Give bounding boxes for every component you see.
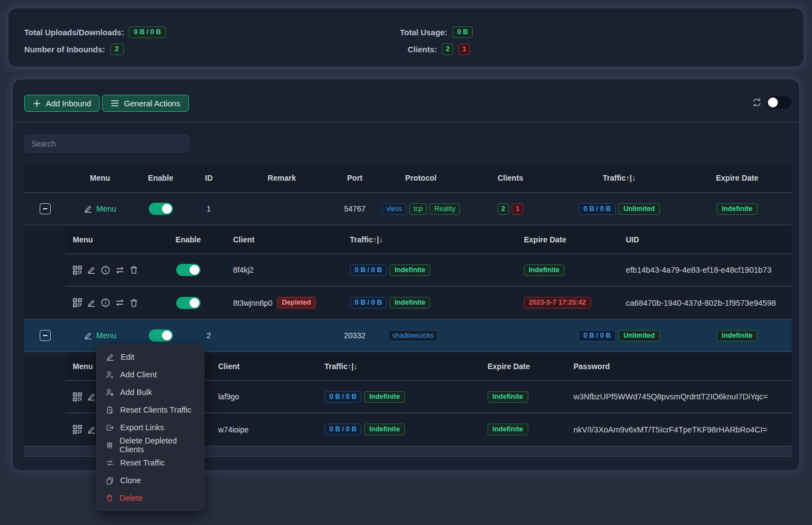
inbound-port: 20332 <box>333 320 377 351</box>
add-inbound-label: Add Inbound <box>46 99 91 108</box>
inbounds-table-header: Menu Enable ID Remark Port Protocol Clie… <box>24 163 792 193</box>
reset-icon[interactable] <box>115 266 124 275</box>
traffic-badge: 0 B / 0 B <box>324 391 361 403</box>
expire-badge: Indefinite <box>717 330 757 342</box>
inbound-menu-button[interactable]: Menu <box>84 204 116 213</box>
stat-label: Clients: <box>408 45 437 54</box>
clients-depleted-badge: 1 <box>458 44 470 55</box>
traffic-limit-badge: Unlimited <box>619 330 660 342</box>
edit-icon[interactable] <box>87 299 96 307</box>
collapse-row-button[interactable] <box>40 203 51 214</box>
menu-item-edit[interactable]: Edit <box>97 348 204 366</box>
stat-value-badge: 0 B / 0 B <box>129 26 166 38</box>
header-traffic[interactable]: Traffic↑|↓ <box>335 225 512 253</box>
clients-depleted-badge: 1 <box>512 203 523 215</box>
general-actions-button[interactable]: General Actions <box>102 95 189 112</box>
header-client: Client <box>212 352 319 380</box>
client-name: laf9go <box>212 381 319 413</box>
header-port: Port <box>333 163 377 192</box>
enable-toggle[interactable] <box>176 297 201 309</box>
client-name: 8t3wjnn8p0 <box>233 299 273 307</box>
inbounds-page: Total Uploads/Downloads: 0 B / 0 B Numbe… <box>0 0 812 525</box>
protocol-tag: Reality <box>430 203 459 215</box>
edit-icon[interactable] <box>87 266 96 274</box>
edit-icon[interactable] <box>87 392 96 401</box>
expire-badge: Indefinite <box>488 391 528 403</box>
inbound-menu-button[interactable]: Menu <box>84 331 116 340</box>
edit-icon <box>106 353 115 361</box>
traffic-limit-badge: Unlimited <box>619 203 660 215</box>
stat-label: Total Usage: <box>400 28 447 37</box>
header-menu: Menu <box>66 163 134 192</box>
refresh-icon[interactable] <box>751 97 762 108</box>
menu-item-delete[interactable]: Delete <box>97 489 204 507</box>
client-uid: efb14b43-4a79-4e83-ef18-e48cf1901b73 <box>614 254 792 286</box>
header-protocol: Protocol <box>377 163 465 192</box>
reset-icon[interactable] <box>115 298 124 307</box>
delete-icon[interactable] <box>129 299 138 307</box>
clients-count-badge: 2 <box>497 203 509 215</box>
add-inbound-button[interactable]: Add Inbound <box>24 95 100 112</box>
menu-item-reset-traffic[interactable]: Reset Traffic <box>97 454 204 472</box>
inbound-remark <box>231 320 333 351</box>
client-name: w74ioipe <box>212 413 319 446</box>
reset-clients-traffic-icon <box>106 406 114 414</box>
menu-item-reset-clients-traffic[interactable]: Reset Clients Traffic <box>97 401 204 419</box>
stat-number-of-inbounds: Number of Inbounds: 2 <box>24 44 124 55</box>
menu-item-add-client[interactable]: Add Client <box>97 366 204 383</box>
menu-item-add-bulk[interactable]: Add Bulk <box>97 383 204 401</box>
traffic-limit-badge: Indefinite <box>389 264 430 276</box>
inbound-remark <box>231 193 333 225</box>
inbound-menu-label: Menu <box>96 331 116 340</box>
traffic-badge: 0 B / 0 B <box>324 424 361 435</box>
search-input[interactable] <box>24 134 190 153</box>
client-uid: ca68470b-1940-437d-802b-1f9573e94598 <box>614 286 792 319</box>
general-actions-label: General Actions <box>124 99 180 108</box>
depleted-badge: Depleted <box>277 297 316 308</box>
inbound-menu-label: Menu <box>96 204 116 213</box>
edit-icon[interactable] <box>87 425 96 434</box>
traffic-badge: 0 B / 0 B <box>578 330 615 342</box>
client-table-header: Menu Enable Client Traffic↑|↓ Expire Dat… <box>66 225 792 254</box>
qrcode-icon[interactable] <box>73 425 82 434</box>
traffic-limit-badge: Indefinite <box>364 424 405 435</box>
client-password: w3NfbzUPf5WWd745Q8pvsmQrdrttT2IO6knuI7Di… <box>570 381 792 413</box>
header-remark: Remark <box>231 163 333 192</box>
delete-icon <box>106 494 113 502</box>
client-row: 8t3wjnn8p0 Depleted 0 B / 0 B Indefinite… <box>66 286 792 319</box>
inbound-context-menu: Edit Add Client Add Bulk Reset Clients T… <box>96 344 204 511</box>
enable-toggle[interactable] <box>149 203 173 215</box>
qrcode-icon[interactable] <box>73 298 82 307</box>
protocol-tag: vless <box>382 203 406 215</box>
enable-toggle[interactable] <box>149 329 173 342</box>
header-expire-date: Expire Date <box>683 163 792 192</box>
header-traffic[interactable]: Traffic↑|↓ <box>319 352 481 380</box>
collapse-row-button[interactable] <box>40 330 51 341</box>
stat-label: Total Uploads/Downloads: <box>24 28 124 37</box>
qrcode-icon[interactable] <box>73 266 82 275</box>
qrcode-icon[interactable] <box>73 392 82 402</box>
menu-item-clone[interactable]: Clone <box>97 472 204 489</box>
info-icon[interactable] <box>101 298 110 307</box>
expire-badge: 2023-5-7 17:25:42 <box>524 297 591 308</box>
header-client: Client <box>212 225 335 253</box>
delete-depleted-clients-icon <box>106 441 113 449</box>
protocol-tag: tcp <box>409 203 427 215</box>
client-name: 8f4kj2 <box>212 254 335 286</box>
header-expire-date: Expire Date <box>512 225 614 253</box>
menu-item-delete-depleted-clients[interactable]: Delete Depleted Clients <box>97 436 204 454</box>
stats-card: Total Uploads/Downloads: 0 B / 0 B Numbe… <box>8 8 804 67</box>
enable-toggle[interactable] <box>176 264 201 276</box>
expire-badge: Indefinite <box>488 424 528 435</box>
stat-clients: Clients: 2 1 <box>408 44 470 55</box>
header-clients: Clients <box>465 163 556 192</box>
info-icon[interactable] <box>101 266 110 275</box>
header-traffic[interactable]: Traffic↑|↓ <box>556 163 683 192</box>
menu-item-export-links[interactable]: Export Links <box>97 419 204 436</box>
export-links-icon <box>106 424 114 432</box>
add-client-icon <box>106 371 114 379</box>
expire-badge: Indefinite <box>524 264 565 276</box>
auto-refresh-toggle[interactable] <box>767 96 791 109</box>
protocol-tag: shadowsocks <box>388 330 438 342</box>
delete-icon[interactable] <box>129 266 138 274</box>
